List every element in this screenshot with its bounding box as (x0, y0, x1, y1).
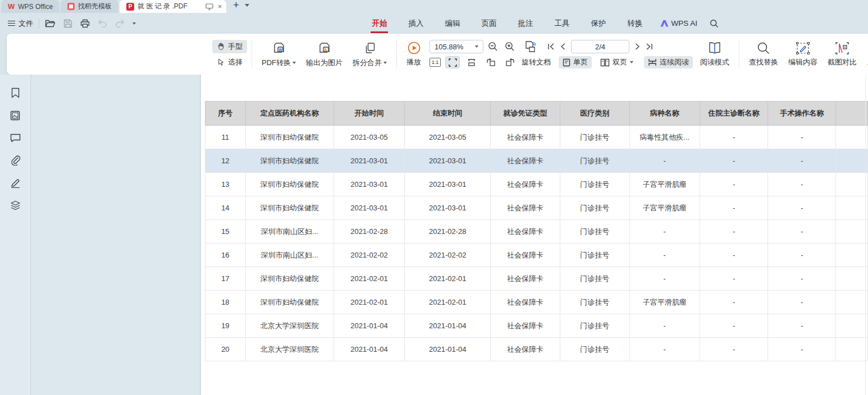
actual-size-button[interactable]: 1:1 (430, 58, 441, 67)
column-header: 就诊凭证类型 (491, 102, 560, 126)
undo-icon[interactable] (98, 19, 107, 27)
search-icon[interactable] (710, 19, 719, 28)
menu-item-3[interactable]: 页面 (480, 15, 497, 32)
table-cell: 社会保障卡 (491, 173, 560, 196)
quick-access-chevron-icon[interactable] (133, 22, 136, 25)
table-cell: 门诊挂号 (560, 126, 629, 149)
table-cell: 北京大学深圳医院 (245, 314, 334, 338)
zoom-in-icon[interactable] (505, 42, 515, 52)
compress-button[interactable]: 压缩 (862, 40, 868, 68)
zoom-level-dropdown[interactable]: 105.88% (430, 40, 483, 53)
double-page-button[interactable]: 双页 (596, 56, 637, 68)
table-cell: - (700, 149, 768, 173)
export-as-image-button[interactable]: 输出为图片 (301, 40, 348, 69)
print-icon[interactable] (80, 19, 90, 28)
attachment-panel-button[interactable] (10, 154, 21, 166)
open-file-icon[interactable] (45, 19, 56, 28)
redo-icon[interactable] (115, 19, 125, 27)
fit-page-icon (449, 58, 457, 67)
last-page-icon[interactable] (646, 43, 653, 50)
split-merge-button[interactable]: 拆分合并 (348, 40, 392, 69)
tab-list-chevron-icon[interactable] (245, 4, 249, 7)
table-cell: 2021-01-04 (334, 338, 405, 361)
edit-content-icon (796, 42, 810, 55)
pdf-convert-button[interactable]: W PDF转换 (257, 40, 301, 69)
comment-panel-button[interactable] (10, 132, 21, 144)
menu-item-4[interactable]: 批注 (517, 15, 534, 32)
table-body: 11深圳市妇幼保健院2021-03-052021-03-05社会保障卡门诊挂号病… (205, 126, 868, 361)
table-cell: 2021-03-01 (405, 196, 491, 220)
table-cell: 子宫平滑肌瘤 (629, 173, 700, 196)
read-mode-icon (707, 42, 722, 55)
prev-page-icon[interactable] (560, 43, 565, 50)
column-header: 开始时间 (334, 102, 405, 126)
wps-pdf-app: W WPS Office 找稻壳模板 P 就 医 记 录 .PDF × + 文件 (0, 0, 868, 395)
menu-item-7[interactable]: 转换 (626, 15, 643, 32)
tab-document[interactable]: P 就 医 记 录 .PDF × (120, 0, 226, 13)
table-cell-partial (836, 291, 868, 314)
rotate-pages-icon[interactable] (524, 40, 537, 53)
table-cell: 2021-03-01 (334, 196, 405, 220)
page-number-input[interactable]: 2/4 (571, 40, 629, 53)
rotate-right-button[interactable] (502, 56, 517, 68)
zoom-out-icon[interactable] (488, 42, 498, 52)
navigation-panel[interactable] (31, 75, 200, 395)
select-tool-button[interactable]: 选择 (212, 56, 247, 69)
bookmark-panel-button[interactable] (10, 87, 21, 99)
save-icon[interactable] (63, 19, 72, 28)
table-cell: 社会保障卡 (491, 244, 560, 267)
table-cell: 深圳市妇幼保健院 (245, 126, 334, 149)
pdf-page[interactable]: 序号定点医药机构名称开始时间结束时间就诊凭证类型医疗类别病种名称住院主诊断名称手… (201, 75, 868, 395)
fit-page-button[interactable] (445, 56, 460, 68)
hand-icon (217, 42, 225, 50)
menu-item-1[interactable]: 插入 (407, 15, 424, 32)
find-replace-icon (757, 42, 770, 55)
screenshot-compare-button[interactable]: 截图对比 (823, 40, 862, 68)
single-page-button[interactable]: 单页 (559, 56, 592, 68)
table-cell: 社会保障卡 (491, 314, 560, 338)
edit-content-button[interactable]: 编辑内容 (783, 40, 823, 68)
signature-panel-button[interactable] (10, 177, 21, 189)
table-cell: 深圳市南山区妇... (245, 244, 334, 267)
menu-item-2[interactable]: 编辑 (444, 15, 461, 32)
thumbnail-panel-button[interactable] (10, 109, 21, 121)
table-cell-partial (836, 338, 868, 361)
ribbon-toolbar: 手型 选择 W PDF转换 输出为图片 拆分合并 播放 (7, 34, 868, 75)
tab-document-label: 就 医 记 录 .PDF (138, 2, 188, 11)
wps-ai-button[interactable]: WPS AI (660, 19, 697, 27)
file-menu-label: 文件 (19, 19, 33, 29)
layers-panel-button[interactable] (10, 199, 21, 211)
next-page-icon[interactable] (635, 43, 640, 50)
table-cell: - (629, 149, 700, 173)
share-screen-icon[interactable] (205, 3, 213, 10)
play-label: 播放 (406, 57, 421, 67)
table-cell: - (768, 338, 836, 361)
menu-item-6[interactable]: 保护 (590, 15, 607, 32)
file-menu-button[interactable]: 文件 (8, 19, 33, 29)
hamburger-icon (8, 19, 15, 27)
continuous-reading-button[interactable]: 连续阅读 (644, 56, 693, 68)
menu-item-0[interactable]: 开始 (371, 15, 388, 32)
menu-item-5[interactable]: 工具 (553, 15, 570, 32)
play-button[interactable]: 播放 (401, 40, 426, 68)
rotate-left-icon (486, 58, 496, 67)
hand-tool-button[interactable]: 手型 (212, 40, 247, 53)
table-cell: 2021-01-04 (405, 314, 491, 338)
rotate-doc-label[interactable]: 旋转文档 (522, 57, 551, 67)
first-page-icon[interactable] (547, 43, 555, 50)
table-cell: 子宫平滑肌瘤 (629, 196, 700, 220)
fit-width-button[interactable] (464, 56, 479, 68)
attachment-icon (10, 155, 21, 166)
tab-docer-templates[interactable]: 找稻壳模板 (61, 0, 118, 13)
close-tab-icon[interactable]: × (218, 2, 222, 11)
find-replace-button[interactable]: 查找替换 (744, 40, 783, 68)
table-row: 14深圳市妇幼保健院2021-03-012021-03-01社会保障卡门诊挂号子… (205, 196, 868, 220)
screenshot-compare-label: 截图对比 (828, 57, 857, 67)
new-tab-icon[interactable]: + (233, 0, 239, 10)
rotate-left-button[interactable] (483, 56, 498, 68)
left-icon-rail (0, 75, 31, 395)
table-cell: 2021-02-01 (334, 267, 405, 291)
tab-wps-home[interactable]: W WPS Office (1, 0, 60, 13)
thumbnail-icon (10, 111, 20, 121)
read-mode-button[interactable]: 阅读模式 (695, 40, 734, 68)
